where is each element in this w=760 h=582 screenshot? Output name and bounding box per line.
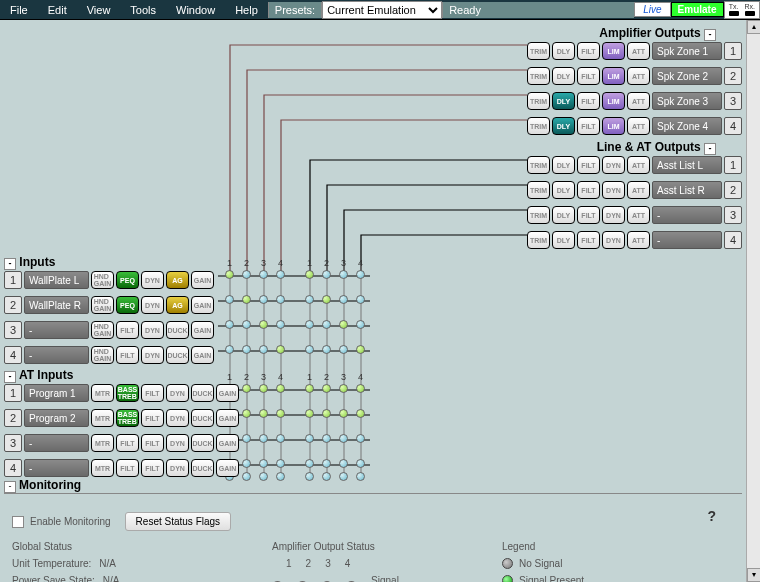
matrix-node-inputs-1-4[interactable] [276,270,285,279]
dsp-block-gain[interactable]: GAIN [216,384,239,402]
at-input-name-1[interactable]: Program 1 [24,384,89,402]
amp-collapse-button[interactable]: - [704,29,716,41]
menu-view[interactable]: View [77,2,121,18]
dsp-block-filt[interactable]: FILT [141,434,164,452]
matrix-node-inputs-4-6[interactable] [322,345,331,354]
input-name-3[interactable]: - [24,321,89,339]
dsp-block-lim[interactable]: LIM [602,67,625,85]
dsp-block-dly[interactable]: DLY [552,67,575,85]
enable-monitoring-checkbox[interactable]: Enable Monitoring [12,516,111,528]
dsp-block-att[interactable]: ATT [627,231,650,249]
matrix-node-at-3-3[interactable] [259,434,268,443]
dsp-block-hnd-gain[interactable]: HNDGAIN [91,346,114,364]
dsp-block-duck[interactable]: DUCK [191,384,214,402]
matrix-node-at-2-8[interactable] [356,409,365,418]
menu-window[interactable]: Window [166,2,225,18]
matrix-node-inputs-1-7[interactable] [339,270,348,279]
dsp-block-dly[interactable]: DLY [552,117,575,135]
dsp-block-dly[interactable]: DLY [552,181,575,199]
matrix-node-inputs-3-5[interactable] [305,320,314,329]
lineat-output-name-1[interactable]: Asst List L [652,156,722,174]
lineat-collapse-button[interactable]: - [704,143,716,155]
dsp-block-dyn[interactable]: DYN [166,459,189,477]
dsp-block-att[interactable]: ATT [627,117,650,135]
dsp-block-duck[interactable]: DUCK [191,409,214,427]
matrix-node-at-4-2[interactable] [242,459,251,468]
dsp-block-filt[interactable]: FILT [141,409,164,427]
matrix-node-at-3-4[interactable] [276,434,285,443]
dsp-block-bass-treb[interactable]: BASSTREB [116,409,139,427]
dsp-block-filt[interactable]: FILT [141,384,164,402]
dsp-block-dyn[interactable]: DYN [141,321,164,339]
matrix-node-inputs-1-5[interactable] [305,270,314,279]
matrix-node-at-2-5[interactable] [305,409,314,418]
matrix-node-at-3-6[interactable] [322,434,331,443]
matrix-node-at-4-4[interactable] [276,459,285,468]
dsp-block-filt[interactable]: FILT [577,92,600,110]
dsp-block-mtr[interactable]: MTR [91,409,114,427]
dsp-block-att[interactable]: ATT [627,206,650,224]
vertical-scrollbar[interactable]: ▴ ▾ [746,20,760,582]
matrix-node-inputs-1-2[interactable] [242,270,251,279]
matrix-node-inputs-4-8[interactable] [356,345,365,354]
matrix-node-at-1-4[interactable] [276,384,285,393]
dsp-block-gain[interactable]: GAIN [216,409,239,427]
matrix-node-inputs-4-3[interactable] [259,345,268,354]
dsp-block-dyn[interactable]: DYN [141,296,164,314]
matrix-node-inputs-3-2[interactable] [242,320,251,329]
dsp-block-hnd-gain[interactable]: HNDGAIN [91,296,114,314]
matrix-node-inputs-3-6[interactable] [322,320,331,329]
dsp-block-peq[interactable]: PEQ [116,296,139,314]
dsp-block-gain[interactable]: GAIN [191,321,214,339]
lineat-output-name-4[interactable]: - [652,231,722,249]
dsp-block-filt[interactable]: FILT [116,459,139,477]
matrix-node-inputs-2-3[interactable] [259,295,268,304]
dsp-block-hnd-gain[interactable]: HNDGAIN [91,271,114,289]
at-inputs-collapse-button[interactable]: - [4,371,16,383]
dsp-block-bass-treb[interactable]: BASSTREB [116,384,139,402]
input-name-1[interactable]: WallPlate L [24,271,89,289]
help-icon[interactable]: ? [707,508,716,524]
matrix-node-inputs-1-1[interactable] [225,270,234,279]
matrix-node-at-3-7[interactable] [339,434,348,443]
dsp-block-trim[interactable]: TRIM [527,67,550,85]
matrix-node-inputs-1-3[interactable] [259,270,268,279]
dsp-block-dly[interactable]: DLY [552,156,575,174]
dsp-block-trim[interactable]: TRIM [527,206,550,224]
matrix-node-inputs-2-8[interactable] [356,295,365,304]
dsp-block-gain[interactable]: GAIN [216,434,239,452]
dsp-block-duck[interactable]: DUCK [191,434,214,452]
matrix-node-at-3-5[interactable] [305,434,314,443]
matrix-node-inputs-4-2[interactable] [242,345,251,354]
matrix-node-at-2-3[interactable] [259,409,268,418]
dsp-block-gain[interactable]: GAIN [216,459,239,477]
menu-help[interactable]: Help [225,2,268,18]
dsp-block-trim[interactable]: TRIM [527,92,550,110]
dsp-block-dyn[interactable]: DYN [602,231,625,249]
dsp-block-dyn[interactable]: DYN [141,271,164,289]
amp-output-name-4[interactable]: Spk Zone 4 [652,117,722,135]
reset-status-button[interactable]: Reset Status Flags [125,512,231,531]
matrix-node-at-2-6[interactable] [322,409,331,418]
dsp-block-dyn[interactable]: DYN [602,206,625,224]
dsp-block-filt[interactable]: FILT [577,231,600,249]
dsp-block-mtr[interactable]: MTR [91,459,114,477]
dsp-block-dyn[interactable]: DYN [602,156,625,174]
matrix-node-inputs-2-7[interactable] [339,295,348,304]
scroll-up-button[interactable]: ▴ [747,20,760,34]
input-name-4[interactable]: - [24,346,89,364]
live-button[interactable]: Live [634,2,670,17]
dsp-block-dly[interactable]: DLY [552,42,575,60]
matrix-node-inputs-3-3[interactable] [259,320,268,329]
presets-select[interactable]: Current Emulation [322,1,442,19]
dsp-block-filt[interactable]: FILT [577,42,600,60]
matrix-node-inputs-1-6[interactable] [322,270,331,279]
matrix-node-at-1-2[interactable] [242,384,251,393]
dsp-block-ag[interactable]: AG [166,296,189,314]
matrix-node-inputs-2-1[interactable] [225,295,234,304]
dsp-block-filt[interactable]: FILT [116,321,139,339]
dsp-block-trim[interactable]: TRIM [527,231,550,249]
dsp-block-dyn[interactable]: DYN [166,384,189,402]
dsp-block-filt[interactable]: FILT [116,346,139,364]
dsp-block-gain[interactable]: GAIN [191,346,214,364]
